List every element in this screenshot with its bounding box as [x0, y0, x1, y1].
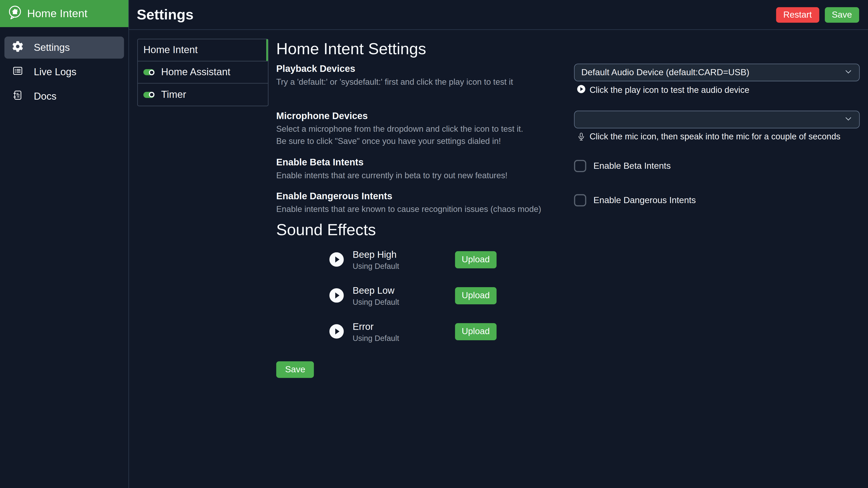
play-circle-icon[interactable]: [329, 252, 344, 267]
home-intent-logo-icon: [8, 5, 22, 22]
setting-row-microphone-devices: Microphone Devices Select a microphone f…: [276, 111, 860, 146]
section-heading: Home Intent Settings: [276, 39, 860, 58]
page-title: Settings: [137, 6, 193, 23]
play-circle-icon[interactable]: [329, 288, 344, 303]
microphone-device-select[interactable]: [574, 111, 860, 128]
upload-button-error[interactable]: Upload: [455, 323, 496, 340]
sound-effects-heading: Sound Effects: [276, 220, 860, 239]
gear-icon: [12, 41, 23, 55]
save-button-top[interactable]: Save: [825, 7, 859, 23]
setting-row-dangerous-intents: Enable Dangerous Intents Enable intents …: [276, 191, 860, 214]
intent-nav-label: Timer: [161, 89, 186, 100]
sound-name: Beep High: [352, 249, 455, 260]
microphone-icon[interactable]: [577, 132, 586, 141]
intent-nav-item-home-assistant[interactable]: Home Assistant: [138, 61, 268, 84]
intent-nav-item-timer[interactable]: Timer: [138, 84, 268, 106]
playback-device-select[interactable]: Default Audio Device (default:CARD=USB): [574, 64, 860, 81]
setting-description: Enable intents that are known to cause r…: [276, 204, 557, 214]
setting-info: Microphone Devices Select a microphone f…: [276, 111, 574, 146]
setting-label: Microphone Devices: [276, 111, 557, 122]
topbar: Settings Restart Save: [129, 0, 868, 30]
intent-nav-panel: Home Intent Home Assistant Timer: [137, 39, 268, 106]
select-value: Default Audio Device (default:CARD=USB): [581, 68, 749, 77]
toggle-knob: [149, 92, 154, 97]
brand-title: Home Intent: [27, 7, 88, 20]
checkbox-label: Enable Dangerous Intents: [593, 195, 696, 205]
sidebar-item-label: Docs: [34, 90, 56, 102]
list-icon: [12, 65, 23, 79]
sound-name: Error: [352, 321, 455, 332]
intent-nav-label: Home Intent: [143, 44, 197, 56]
setting-label: Enable Beta Intents: [276, 157, 557, 168]
sound-name: Beep Low: [352, 285, 455, 296]
play-circle-icon[interactable]: [329, 324, 344, 339]
setting-label: Enable Dangerous Intents: [276, 191, 557, 202]
setting-row-beta-intents: Enable Beta Intents Enable intents that …: [276, 157, 860, 181]
hint-text: Click the play icon to test the audio de…: [590, 85, 749, 95]
setting-control: Default Audio Device (default:CARD=USB) …: [574, 64, 860, 96]
dangerous-intents-check-row: Enable Dangerous Intents: [574, 194, 860, 206]
sound-status: Using Default: [352, 261, 455, 270]
sidebar-item-label: Live Logs: [34, 66, 76, 78]
sound-status: Using Default: [352, 333, 455, 342]
chevron-down-icon: [844, 67, 852, 78]
brand[interactable]: Home Intent: [0, 0, 128, 27]
setting-control: Enable Beta Intents: [574, 157, 860, 172]
upload-button-beep-high[interactable]: Upload: [455, 251, 496, 268]
sidebar-item-label: Settings: [34, 42, 70, 53]
restart-button[interactable]: Restart: [776, 7, 819, 23]
setting-label: Playback Devices: [276, 64, 557, 75]
upload-button-beep-low[interactable]: Upload: [455, 287, 496, 304]
topbar-actions: Restart Save: [776, 7, 859, 23]
sound-info: Error Using Default: [352, 321, 455, 342]
setting-description-2: Be sure to click "Save" once you have yo…: [276, 136, 557, 146]
mic-test-hint: Click the mic icon, then speak into the …: [577, 132, 860, 142]
sound-row-beep-low: Beep Low Using Default Upload: [276, 283, 860, 308]
setting-control: Enable Dangerous Intents: [574, 191, 860, 206]
setting-description: Enable intents that are currently in bet…: [276, 170, 557, 180]
setting-info: Enable Dangerous Intents Enable intents …: [276, 191, 574, 214]
home-intent-app: Home Intent Settings Live Logs: [0, 0, 868, 488]
sidebar-item-docs[interactable]: Docs: [4, 85, 124, 107]
intent-nav-label: Home Assistant: [161, 66, 230, 78]
setting-description: Try a 'default:' or 'sysdefault:' first …: [276, 77, 557, 87]
notebook-icon: [12, 90, 23, 103]
setting-info: Playback Devices Try a 'default:' or 'sy…: [276, 64, 574, 87]
beta-intents-check-row: Enable Beta Intents: [574, 160, 860, 172]
sound-row-error: Error Using Default Upload: [276, 319, 860, 344]
playback-test-hint: Click the play icon to test the audio de…: [577, 85, 860, 96]
timer-toggle[interactable]: [143, 92, 154, 98]
checkbox-label: Enable Beta Intents: [593, 161, 671, 171]
save-button-bottom[interactable]: Save: [276, 361, 314, 378]
sound-status: Using Default: [352, 297, 455, 306]
sound-info: Beep High Using Default: [352, 249, 455, 270]
sidebar-nav: Settings Live Logs: [0, 27, 128, 107]
sidebar-item-settings[interactable]: Settings: [4, 37, 124, 59]
beta-intents-checkbox[interactable]: [574, 160, 586, 172]
home-assistant-toggle[interactable]: [143, 69, 154, 75]
setting-row-playback-devices: Playback Devices Try a 'default:' or 'sy…: [276, 64, 860, 96]
sound-row-beep-high: Beep High Using Default Upload: [276, 247, 860, 272]
hint-text: Click the mic icon, then speak into the …: [590, 132, 840, 142]
settings-main: Home Intent Settings Playback Devices Tr…: [276, 30, 860, 378]
setting-control: Click the mic icon, then speak into the …: [574, 111, 860, 142]
chevron-down-icon: [844, 114, 852, 125]
toggle-knob: [149, 69, 154, 75]
sidebar: Home Intent Settings Live Logs: [0, 0, 129, 488]
setting-info: Enable Beta Intents Enable intents that …: [276, 157, 574, 181]
play-circle-icon[interactable]: [577, 85, 586, 96]
dangerous-intents-checkbox[interactable]: [574, 194, 586, 206]
intent-nav-item-home-intent[interactable]: Home Intent: [138, 39, 268, 61]
sidebar-item-live-logs[interactable]: Live Logs: [4, 61, 124, 83]
setting-description: Select a microphone from the dropdown an…: [276, 124, 557, 134]
sound-info: Beep Low Using Default: [352, 285, 455, 306]
